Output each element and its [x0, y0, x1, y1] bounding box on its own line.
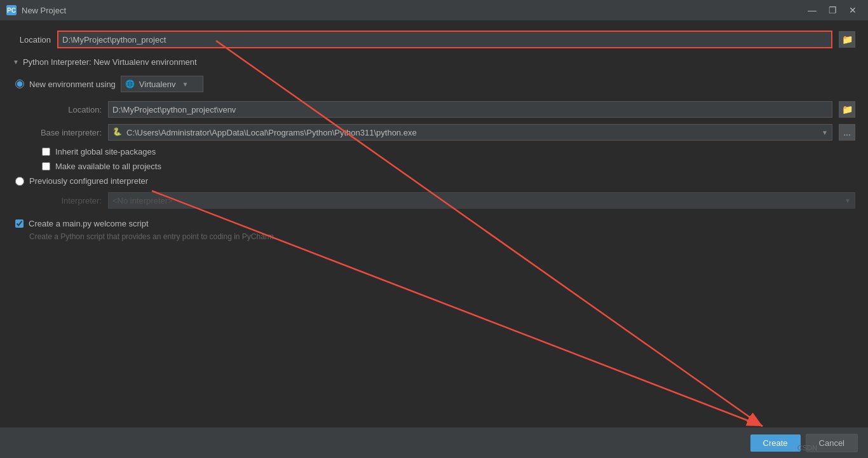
create-main-checkbox-row: Create a main.py welcome script: [13, 219, 855, 228]
create-button[interactable]: Create: [750, 434, 801, 452]
new-environment-radio-row: New environment using 🌐 Virtualenv ▼: [13, 76, 855, 92]
interpreter-label: Interpreter:: [38, 196, 102, 205]
new-environment-label: New environment using: [29, 80, 116, 89]
location-label: Location: [13, 35, 51, 45]
create-main-checkbox[interactable]: [15, 219, 24, 228]
venv-location-input[interactable]: [112, 105, 828, 114]
app-icon: PC: [6, 5, 17, 15]
make-available-row: Make available to all projects: [13, 162, 855, 171]
interpreter-extra-button[interactable]: ...: [839, 124, 855, 141]
new-project-window: PC New Project — ❐ ✕ Location 📁 ▼ Python…: [0, 0, 868, 458]
bottom-bar: Create Cancel: [0, 427, 868, 458]
interpreter-field-row: Interpreter: <No interpreter> ▼: [13, 192, 855, 209]
window-controls: — ❐ ✕: [803, 4, 862, 17]
location-browse-button[interactable]: 📁: [839, 31, 855, 48]
make-available-label: Make available to all projects: [55, 162, 161, 171]
interpreter-section-title: Python Interpreter: New Virtualenv envir…: [23, 57, 197, 67]
env-dropdown-arrow-icon: ▼: [182, 81, 188, 88]
create-main-label: Create a main.py welcome script: [29, 219, 149, 228]
base-interpreter-input[interactable]: [126, 128, 822, 137]
location-input[interactable]: [62, 35, 827, 45]
interp-dropdown-arrow-icon: ▼: [844, 197, 851, 204]
prev-interpreter-label: Previously configured interpreter: [29, 176, 148, 186]
base-interpreter-select-wrapper: 🐍 ▼: [108, 124, 832, 141]
env-type-dropdown[interactable]: 🌐 Virtualenv ▼: [121, 76, 203, 92]
prev-interpreter-radio[interactable]: [15, 177, 24, 186]
close-button[interactable]: ✕: [844, 4, 862, 17]
csdn-watermark: CSDN: [797, 444, 817, 452]
new-environment-radio[interactable]: [15, 80, 24, 88]
virtualenv-icon: 🌐: [125, 79, 135, 89]
interpreter-section-header[interactable]: ▼ Python Interpreter: New Virtualenv env…: [13, 57, 855, 67]
venv-location-browse-button[interactable]: 📁: [839, 101, 855, 118]
python-icon: 🐍: [112, 127, 123, 137]
inherit-packages-checkbox[interactable]: [42, 148, 50, 156]
env-type-text: Virtualenv: [139, 80, 176, 89]
venv-location-input-wrapper: [108, 101, 832, 118]
interpreter-select-wrapper: <No interpreter> ▼: [108, 192, 855, 209]
venv-location-row: Location: 📁: [13, 101, 855, 118]
location-row: Location 📁: [13, 31, 855, 48]
create-main-description: Create a Python script that provides an …: [13, 232, 855, 241]
interpreter-placeholder-text: <No interpreter>: [112, 196, 844, 205]
location-input-wrapper: [57, 31, 832, 48]
title-bar-left: PC New Project: [6, 5, 66, 15]
chevron-down-icon: ▼: [13, 59, 19, 66]
title-bar: PC New Project — ❐ ✕: [0, 0, 868, 20]
prev-interpreter-radio-row: Previously configured interpreter: [13, 176, 855, 186]
inherit-packages-label: Inherit global site-packages: [55, 147, 156, 156]
interpreter-dropdown-arrow-icon: ▼: [822, 129, 828, 136]
inherit-packages-row: Inherit global site-packages: [13, 147, 855, 156]
minimize-button[interactable]: —: [803, 4, 821, 17]
base-interpreter-label: Base interpreter:: [38, 128, 102, 137]
maximize-button[interactable]: ❐: [824, 4, 841, 17]
main-content: Location 📁 ▼ Python Interpreter: New Vir…: [0, 20, 868, 427]
window-title: New Project: [22, 6, 66, 15]
venv-location-label: Location:: [38, 105, 102, 114]
create-main-section: Create a main.py welcome script Create a…: [13, 219, 855, 241]
make-available-checkbox[interactable]: [42, 162, 50, 170]
base-interpreter-row: Base interpreter: 🐍 ▼ ...: [13, 124, 855, 141]
